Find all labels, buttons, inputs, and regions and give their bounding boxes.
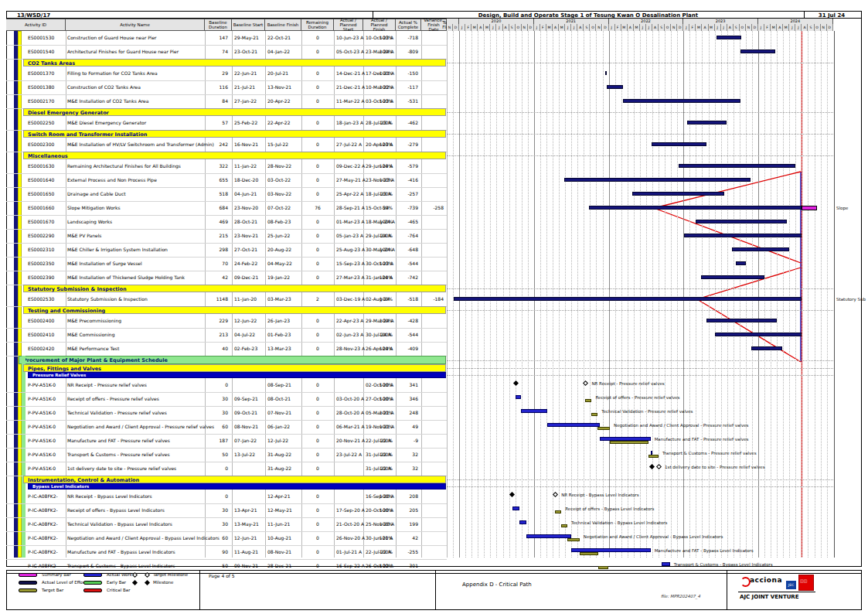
cell-bl-start: 13-Apr-21 bbox=[234, 507, 257, 513]
cell-bl-finish: 22-Apr-22 bbox=[267, 120, 290, 125]
cell-rem-dur: 0 bbox=[316, 120, 319, 125]
section-header-label: Pipes, Fittings and Valves bbox=[28, 366, 101, 372]
timeline-month: M bbox=[471, 24, 478, 31]
cell-pct: 100% bbox=[380, 424, 393, 429]
section-header-row bbox=[23, 59, 446, 67]
cell-id: ES0002410 bbox=[28, 332, 54, 337]
cell-bl-dur: 1148 bbox=[216, 296, 228, 302]
month-gridline bbox=[603, 31, 604, 558]
timeline-month: J bbox=[565, 24, 571, 31]
cell-id: P-PV-A51K-0 bbox=[28, 382, 56, 387]
month-gridline bbox=[771, 31, 772, 558]
month-gridline bbox=[621, 31, 623, 558]
timeline-month: D bbox=[827, 24, 833, 31]
cell-bl-dur: 322 bbox=[220, 163, 228, 169]
cell-id: ES0002420 bbox=[28, 346, 54, 351]
row-separator bbox=[6, 229, 447, 230]
cell-name: M&E Diesel Emergency Generator bbox=[67, 120, 146, 125]
month-gridline bbox=[628, 31, 629, 558]
cell-act-start: 05-Oct-23 A bbox=[336, 49, 364, 54]
timeline-month: A bbox=[478, 24, 484, 31]
gantt-section-line bbox=[447, 63, 833, 64]
timeline-month: A bbox=[777, 24, 783, 31]
footer-divider-3 bbox=[727, 570, 727, 610]
month-gridline bbox=[590, 31, 591, 558]
cell-name: Statutory Submission & Inspection bbox=[67, 296, 148, 302]
month-gridline bbox=[689, 31, 691, 558]
gantt-bar-actual-work bbox=[521, 409, 548, 413]
cell-variance: -428 bbox=[407, 318, 418, 323]
cell-bl-finish: 25-Jun-22 bbox=[267, 233, 290, 238]
cell-bl-finish: 20-Aug-22 bbox=[267, 247, 291, 252]
gantt-bar-actual-work bbox=[519, 520, 526, 524]
cell-pct: 100% bbox=[380, 396, 393, 401]
timeline-month: F bbox=[540, 24, 546, 31]
gantt-activity-label: Manufacture and FAT - Pressure relief va… bbox=[655, 437, 749, 442]
cell-id: P-IC-A08FK2- bbox=[28, 521, 58, 527]
timeline-month: A bbox=[628, 24, 634, 31]
cell-rem-dur: 0 bbox=[316, 493, 319, 499]
timeline-month: O bbox=[516, 24, 522, 31]
cell-act-start: 18-Jan-23 A bbox=[336, 120, 363, 125]
cell-bl-finish: 20-Jul-21 bbox=[267, 70, 288, 76]
gantt-activity-label: 1st delivery date to site - Pressure rel… bbox=[665, 465, 764, 469]
gantt-activity-label: Negotiation and Award / Client Approval … bbox=[584, 534, 723, 539]
cell-name: Construction of Guard House near Pier bbox=[67, 35, 157, 40]
cell-bl-start: 07-Jan-22 bbox=[234, 438, 257, 443]
cell-id: ES0002290 bbox=[28, 233, 54, 238]
cell-pct: 100% bbox=[380, 98, 393, 104]
cell-variance: 49 bbox=[412, 424, 418, 429]
cell-bl-start: 12-Jun-21 bbox=[234, 535, 257, 541]
cell-id: ES0002300 bbox=[28, 142, 54, 147]
row-separator bbox=[6, 545, 447, 546]
cell-variance: -544 bbox=[407, 261, 418, 266]
month-gridline bbox=[815, 31, 816, 558]
cell-bl-dur: 50 bbox=[222, 452, 228, 457]
gantt-bar-summary-remaining bbox=[802, 206, 817, 210]
row-separator bbox=[6, 531, 447, 532]
cell-variance: -409 bbox=[407, 346, 418, 351]
footer-divider-1 bbox=[199, 570, 200, 610]
cell-id: P-PV-A51K-0 bbox=[28, 396, 56, 401]
month-gridline bbox=[615, 31, 617, 558]
cell-bl-finish: 04-Jan-22 bbox=[267, 49, 290, 54]
legend-label: Early Bar bbox=[107, 580, 126, 585]
month-gridline bbox=[634, 31, 635, 558]
cell-bl-start: 21-Jul-21 bbox=[234, 84, 255, 90]
cell-rem-dur: 0 bbox=[316, 35, 319, 40]
cell-id: ES0001630 bbox=[28, 163, 54, 169]
gantt-section-line bbox=[447, 112, 833, 114]
timeline-year-2022: 2022 bbox=[609, 19, 684, 24]
cell-rem-dur: 2 bbox=[316, 296, 319, 302]
gantt-section-line bbox=[447, 360, 833, 362]
cell-variance: 32 bbox=[412, 466, 418, 471]
cell-id: P-IC-A08FK2- bbox=[28, 535, 58, 541]
gantt-bar-target bbox=[610, 441, 648, 444]
cell-name: Receipt of offers - Pressure relief valv… bbox=[67, 396, 159, 401]
cell-bl-start: 24-Feb-22 bbox=[234, 261, 257, 266]
cell-name: Architectural Finishes for Guard House n… bbox=[67, 49, 179, 54]
cell-pct: 100% bbox=[380, 438, 393, 443]
cell-act-start: 01-Mar-23 A bbox=[336, 219, 365, 224]
cell-bl-dur: 60 bbox=[222, 535, 228, 541]
cell-bl-start: 11-Jan-20 bbox=[234, 296, 257, 302]
cell-bl-start: 02-Feb-23 bbox=[234, 346, 257, 351]
cell-rem-dur: 0 bbox=[316, 275, 319, 280]
cell-variance: -9 bbox=[414, 438, 418, 443]
cell-pct: 100% bbox=[380, 177, 393, 182]
cell-rem-dur: 0 bbox=[316, 233, 319, 238]
cell-bl-dur: 655 bbox=[220, 177, 228, 182]
cell-bl-dur: 242 bbox=[220, 142, 228, 147]
timeline-month: J bbox=[490, 24, 496, 31]
cell-bl-finish: 08-Sep-21 bbox=[267, 382, 291, 387]
gantt-activity-label: Negotiation and Award / Client Approval … bbox=[614, 423, 748, 428]
gantt-bar-actual bbox=[589, 206, 802, 210]
cell-name: Negotiation and Award / Client Approval … bbox=[67, 424, 214, 429]
gantt-bar-target bbox=[561, 524, 567, 527]
timeline-month: D bbox=[677, 24, 683, 31]
cell-variance: -518 bbox=[407, 296, 418, 302]
cell-rem-dur: 0 bbox=[316, 507, 319, 513]
cell-rem-dur: 0 bbox=[316, 163, 319, 169]
row-separator bbox=[6, 559, 447, 560]
cell-bl-dur: 30 bbox=[222, 396, 228, 401]
